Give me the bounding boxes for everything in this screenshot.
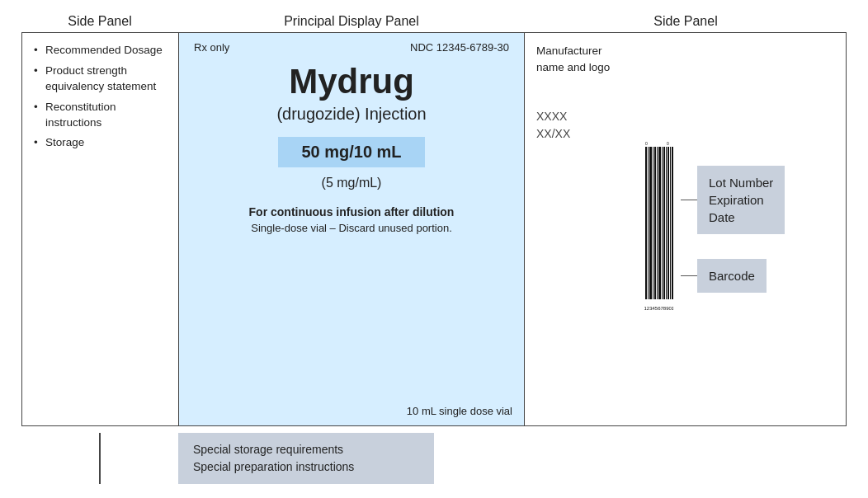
lot-annotation-row: Lot Number Expiration Date bbox=[681, 166, 837, 234]
lot-exp-area: XXXXXX/XX bbox=[536, 108, 624, 143]
svg-rect-12 bbox=[672, 147, 673, 299]
svg-rect-7 bbox=[662, 147, 663, 299]
header-main: Principal Display Panel bbox=[183, 14, 520, 29]
footer-box: Special storage requirements Special pre… bbox=[178, 433, 434, 484]
bullet-item: Product strength equivalency statement bbox=[34, 63, 167, 95]
svg-rect-3 bbox=[653, 147, 653, 299]
svg-rect-11 bbox=[670, 147, 671, 299]
svg-rect-0 bbox=[645, 147, 647, 299]
lot-exp-text: XXXXXX/XX bbox=[536, 108, 624, 143]
bullet-item: Reconstitution instructions bbox=[34, 100, 167, 131]
bottom-note: 10 mL single dose vial bbox=[407, 405, 512, 417]
svg-rect-6 bbox=[658, 147, 661, 299]
lot-annotation-box: Lot Number Expiration Date bbox=[697, 166, 785, 234]
svg-rect-4 bbox=[654, 147, 656, 299]
barcode-annotation-row: Barcode bbox=[681, 259, 837, 293]
footer-line2: Special preparation instructions bbox=[193, 458, 419, 476]
drug-generic: (drugozide) Injection bbox=[276, 105, 426, 124]
drug-name: Mydrug bbox=[289, 62, 414, 101]
dosage-sub: (5 mg/mL) bbox=[322, 176, 382, 190]
svg-rect-10 bbox=[668, 147, 669, 299]
manufacturer-info: Manufacturername and logo bbox=[536, 43, 624, 75]
vertical-line bbox=[99, 433, 101, 484]
header-side-left: Side Panel bbox=[21, 14, 178, 29]
bullet-item: Storage bbox=[34, 135, 167, 151]
svg-rect-2 bbox=[649, 147, 652, 299]
side-panel-bullet-list: Recommended Dosage Product strength equi… bbox=[34, 43, 167, 151]
single-dose-text: Single-dose vial – Discard unused portio… bbox=[251, 222, 452, 234]
top-headers: Side Panel Principal Display Panel Side … bbox=[21, 14, 847, 29]
barcode-area: 0 123456789012 0 0 bbox=[635, 33, 681, 425]
barcode-connector bbox=[681, 275, 697, 277]
side-panel-right: Manufacturername and logo XXXXXX/XX bbox=[524, 33, 846, 425]
rx-only-label: Rx only bbox=[194, 41, 229, 54]
svg-rect-5 bbox=[657, 147, 658, 299]
principal-display-panel: Rx only NDC 12345-6789-30 Mydrug (drugoz… bbox=[179, 33, 524, 425]
svg-text:0: 0 bbox=[645, 141, 648, 146]
svg-rect-8 bbox=[663, 147, 665, 299]
barcode-svg: 0 123456789012 0 0 bbox=[644, 139, 673, 320]
header-side-right: Side Panel bbox=[525, 14, 847, 29]
svg-text:0 123456789012: 0 123456789012 bbox=[644, 306, 673, 311]
barcode-annotation-box: Barcode bbox=[697, 259, 767, 293]
bottom-left-spacer bbox=[21, 433, 178, 484]
principal-top-row: Rx only NDC 12345-6789-30 bbox=[194, 41, 509, 54]
dosage-badge: 50 mg/10 mL bbox=[278, 137, 424, 167]
ndc-label: NDC 12345-6789-30 bbox=[410, 41, 509, 54]
footer-line1: Special storage requirements bbox=[193, 441, 419, 458]
svg-rect-1 bbox=[648, 147, 649, 299]
side-panel-left: Recommended Dosage Product strength equi… bbox=[22, 33, 179, 425]
side-panel-right-content: Manufacturername and logo XXXXXX/XX bbox=[525, 33, 635, 425]
lot-connector bbox=[681, 200, 697, 201]
bullet-item: Recommended Dosage bbox=[34, 43, 167, 59]
svg-rect-9 bbox=[666, 147, 667, 299]
svg-text:0: 0 bbox=[667, 141, 669, 146]
infusion-text: For continuous infusion after dilution bbox=[249, 205, 455, 218]
label-area: Recommended Dosage Product strength equi… bbox=[21, 32, 847, 426]
annotations-col: Lot Number Expiration Date Barcode bbox=[681, 33, 846, 425]
bottom-area: Special storage requirements Special pre… bbox=[21, 433, 847, 484]
